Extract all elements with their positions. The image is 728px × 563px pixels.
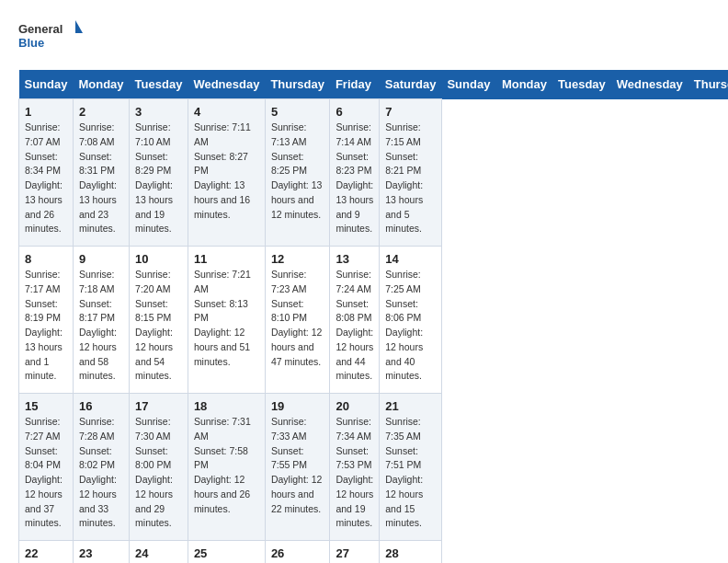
calendar-cell: 20Sunrise: 7:34 AMSunset: 7:53 PMDayligh… (330, 394, 380, 541)
calendar-week-3: 15Sunrise: 7:27 AMSunset: 8:04 PMDayligh… (19, 394, 729, 541)
calendar-cell: 27Sunrise: 7:44 AMSunset: 7:38 PMDayligh… (330, 541, 380, 564)
header-wednesday: Wednesday (611, 70, 688, 99)
calendar-cell: 15Sunrise: 7:27 AMSunset: 8:04 PMDayligh… (19, 394, 74, 541)
header-monday: Monday (73, 70, 129, 99)
day-number: 3 (135, 105, 182, 119)
day-info: Sunrise: 7:13 AMSunset: 8:25 PMDaylight:… (271, 121, 324, 222)
day-number: 6 (336, 105, 373, 119)
day-info: Sunrise: 7:25 AMSunset: 8:06 PMDaylight:… (385, 268, 436, 384)
day-info: Sunrise: 7:15 AMSunset: 8:21 PMDaylight:… (385, 121, 436, 236)
day-info: Sunrise: 7:28 AMSunset: 8:02 PMDaylight:… (79, 415, 123, 531)
day-info: Sunrise: 7:35 AMSunset: 7:51 PMDaylight:… (385, 415, 436, 531)
calendar-cell: 23Sunrise: 7:38 AMSunset: 7:47 PMDayligh… (73, 541, 129, 564)
day-info: Sunrise: 7:24 AMSunset: 8:08 PMDaylight:… (336, 268, 373, 384)
calendar-week-4: 22Sunrise: 7:37 AMSunset: 7:49 PMDayligh… (19, 541, 729, 564)
calendar-cell: 22Sunrise: 7:37 AMSunset: 7:49 PMDayligh… (19, 541, 74, 564)
day-info: Sunrise: 7:18 AMSunset: 8:17 PMDaylight:… (79, 268, 123, 384)
day-number: 10 (135, 252, 182, 266)
calendar-table: SundayMondayTuesdayWednesdayThursdayFrid… (18, 70, 728, 563)
day-number: 12 (271, 252, 324, 266)
day-info: Sunrise: 7:23 AMSunset: 8:10 PMDaylight:… (271, 268, 324, 369)
calendar-cell: 3Sunrise: 7:10 AMSunset: 8:29 PMDaylight… (130, 99, 188, 247)
calendar-cell: 2Sunrise: 7:08 AMSunset: 8:31 PMDaylight… (73, 99, 129, 247)
day-info: Sunrise: 7:21 AMSunset: 8:13 PMDaylight:… (194, 268, 259, 369)
day-info: Sunrise: 7:27 AMSunset: 8:04 PMDaylight:… (25, 415, 67, 531)
header-thursday: Thursday (265, 70, 330, 99)
day-number: 24 (135, 546, 182, 560)
header-tuesday: Tuesday (130, 70, 188, 99)
day-number: 4 (194, 105, 259, 119)
day-number: 21 (385, 399, 436, 413)
day-number: 27 (336, 546, 373, 560)
day-number: 5 (271, 105, 324, 119)
day-number: 19 (271, 399, 324, 413)
calendar-cell: 10Sunrise: 7:20 AMSunset: 8:15 PMDayligh… (130, 247, 188, 394)
header-tuesday: Tuesday (552, 70, 611, 99)
calendar-cell: 8Sunrise: 7:17 AMSunset: 8:19 PMDaylight… (19, 247, 74, 394)
day-info: Sunrise: 7:11 AMSunset: 8:27 PMDaylight:… (194, 121, 259, 222)
day-number: 13 (336, 252, 373, 266)
day-number: 15 (25, 399, 67, 413)
calendar-cell: 12Sunrise: 7:23 AMSunset: 8:10 PMDayligh… (265, 247, 330, 394)
calendar-cell: 4Sunrise: 7:11 AMSunset: 8:27 PMDaylight… (188, 99, 265, 247)
day-number: 20 (336, 399, 373, 413)
header-saturday: Saturday (380, 70, 442, 99)
header-wednesday: Wednesday (188, 70, 265, 99)
day-number: 7 (385, 105, 436, 119)
calendar-week-2: 8Sunrise: 7:17 AMSunset: 8:19 PMDaylight… (19, 247, 729, 394)
calendar-header-row: SundayMondayTuesdayWednesdayThursdayFrid… (19, 70, 729, 99)
calendar-cell: 14Sunrise: 7:25 AMSunset: 8:06 PMDayligh… (380, 247, 442, 394)
day-number: 26 (271, 546, 324, 560)
day-number: 25 (194, 546, 259, 560)
calendar-cell: 17Sunrise: 7:30 AMSunset: 8:00 PMDayligh… (130, 394, 188, 541)
svg-text:Blue: Blue (18, 36, 44, 50)
day-number: 16 (79, 399, 123, 413)
header-sunday: Sunday (19, 70, 74, 99)
header-thursday: Thursday (688, 70, 728, 99)
logo-svg: General Blue (18, 18, 83, 55)
calendar-cell: 25Sunrise: 7:41 AMSunset: 7:43 PMDayligh… (188, 541, 265, 564)
calendar-cell: 19Sunrise: 7:33 AMSunset: 7:55 PMDayligh… (265, 394, 330, 541)
day-number: 8 (25, 252, 67, 266)
day-number: 22 (25, 546, 67, 560)
day-number: 2 (79, 105, 123, 119)
day-info: Sunrise: 7:20 AMSunset: 8:15 PMDaylight:… (135, 268, 182, 384)
calendar-cell: 1Sunrise: 7:07 AMSunset: 8:34 PMDaylight… (19, 99, 74, 247)
header-sunday: Sunday (441, 70, 495, 99)
calendar-cell: 9Sunrise: 7:18 AMSunset: 8:17 PMDaylight… (73, 247, 129, 394)
calendar-cell: 21Sunrise: 7:35 AMSunset: 7:51 PMDayligh… (380, 394, 442, 541)
calendar-cell: 13Sunrise: 7:24 AMSunset: 8:08 PMDayligh… (330, 247, 380, 394)
calendar-cell: 26Sunrise: 7:43 AMSunset: 7:40 PMDayligh… (265, 541, 330, 564)
day-number: 11 (194, 252, 259, 266)
day-number: 18 (194, 399, 259, 413)
day-info: Sunrise: 7:34 AMSunset: 7:53 PMDaylight:… (336, 415, 373, 531)
calendar-cell: 5Sunrise: 7:13 AMSunset: 8:25 PMDaylight… (265, 99, 330, 247)
calendar-cell: 6Sunrise: 7:14 AMSunset: 8:23 PMDaylight… (330, 99, 380, 247)
svg-text:General: General (18, 22, 63, 36)
day-number: 1 (25, 105, 67, 119)
day-info: Sunrise: 7:08 AMSunset: 8:31 PMDaylight:… (79, 121, 123, 236)
day-number: 23 (79, 546, 123, 560)
day-info: Sunrise: 7:10 AMSunset: 8:29 PMDaylight:… (135, 121, 182, 236)
header-monday: Monday (496, 70, 552, 99)
day-info: Sunrise: 7:30 AMSunset: 8:00 PMDaylight:… (135, 415, 182, 531)
day-number: 14 (385, 252, 436, 266)
svg-marker-2 (75, 20, 83, 33)
day-info: Sunrise: 7:31 AMSunset: 7:58 PMDaylight:… (194, 415, 259, 516)
page-header: General Blue (18, 18, 710, 55)
calendar-week-1: 1Sunrise: 7:07 AMSunset: 8:34 PMDaylight… (19, 99, 729, 247)
day-number: 9 (79, 252, 123, 266)
day-number: 17 (135, 399, 182, 413)
calendar-cell: 7Sunrise: 7:15 AMSunset: 8:21 PMDaylight… (380, 99, 442, 247)
day-info: Sunrise: 7:14 AMSunset: 8:23 PMDaylight:… (336, 121, 373, 236)
calendar-cell: 18Sunrise: 7:31 AMSunset: 7:58 PMDayligh… (188, 394, 265, 541)
day-info: Sunrise: 7:17 AMSunset: 8:19 PMDaylight:… (25, 268, 67, 384)
calendar-cell: 16Sunrise: 7:28 AMSunset: 8:02 PMDayligh… (73, 394, 129, 541)
logo: General Blue (18, 18, 83, 55)
day-info: Sunrise: 7:33 AMSunset: 7:55 PMDaylight:… (271, 415, 324, 516)
calendar-cell: 28Sunrise: 7:46 AMSunset: 7:36 PMDayligh… (380, 541, 442, 564)
calendar-cell: 24Sunrise: 7:40 AMSunset: 7:45 PMDayligh… (130, 541, 188, 564)
day-number: 28 (385, 546, 436, 560)
calendar-cell: 11Sunrise: 7:21 AMSunset: 8:13 PMDayligh… (188, 247, 265, 394)
header-friday: Friday (330, 70, 380, 99)
